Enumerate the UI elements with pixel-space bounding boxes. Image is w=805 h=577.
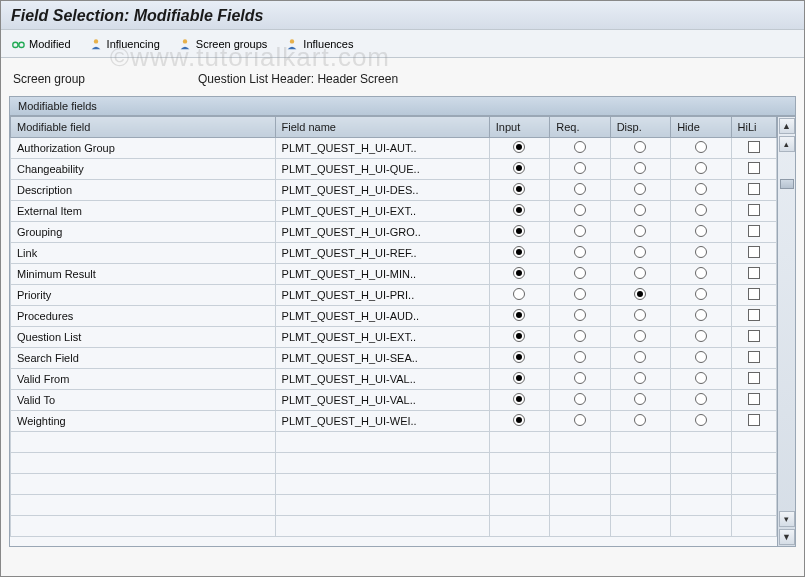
radio-option[interactable] xyxy=(513,393,525,405)
cell-field: Search Field xyxy=(11,347,276,368)
cell-field: Procedures xyxy=(11,305,276,326)
hili-checkbox[interactable] xyxy=(748,351,760,363)
col-disp[interactable]: Disp. xyxy=(610,117,670,137)
scroll-up-icon[interactable]: ▲ xyxy=(779,118,795,134)
radio-option[interactable] xyxy=(513,372,525,384)
modifiable-fields-table: Modifiable field Field name Input Req. D… xyxy=(10,117,777,537)
radio-option[interactable] xyxy=(634,246,646,258)
radio-option[interactable] xyxy=(695,330,707,342)
radio-option[interactable] xyxy=(634,183,646,195)
radio-option[interactable] xyxy=(574,414,586,426)
radio-option[interactable] xyxy=(634,225,646,237)
radio-option[interactable] xyxy=(634,309,646,321)
col-hili[interactable]: HiLi xyxy=(731,117,776,137)
radio-option[interactable] xyxy=(574,204,586,216)
scroll-track[interactable] xyxy=(780,153,794,510)
radio-option[interactable] xyxy=(574,372,586,384)
radio-option[interactable] xyxy=(634,372,646,384)
radio-option[interactable] xyxy=(574,351,586,363)
col-hide[interactable]: Hide xyxy=(671,117,731,137)
radio-option[interactable] xyxy=(574,309,586,321)
radio-option[interactable] xyxy=(513,414,525,426)
table-row: Authorization GroupPLMT_QUEST_H_UI-AUT.. xyxy=(11,137,777,158)
radio-option[interactable] xyxy=(634,393,646,405)
radio-option[interactable] xyxy=(634,204,646,216)
radio-option[interactable] xyxy=(513,162,525,174)
svg-point-4 xyxy=(290,39,294,43)
radio-option[interactable] xyxy=(513,204,525,216)
vertical-scrollbar[interactable]: ▲ ▴ ▾ ▼ xyxy=(777,117,795,546)
hili-checkbox[interactable] xyxy=(748,309,760,321)
radio-option[interactable] xyxy=(574,183,586,195)
hili-checkbox[interactable] xyxy=(748,330,760,342)
radio-option[interactable] xyxy=(695,183,707,195)
radio-option[interactable] xyxy=(634,330,646,342)
col-field-name[interactable]: Field name xyxy=(275,117,489,137)
radio-option[interactable] xyxy=(574,393,586,405)
hili-checkbox[interactable] xyxy=(748,267,760,279)
radio-option[interactable] xyxy=(695,309,707,321)
hili-checkbox[interactable] xyxy=(748,246,760,258)
radio-option[interactable] xyxy=(574,141,586,153)
scroll-down-icon[interactable]: ▾ xyxy=(779,511,795,527)
screen-group-label: Screen group xyxy=(13,72,198,86)
radio-option[interactable] xyxy=(574,162,586,174)
screen-groups-button[interactable]: Screen groups xyxy=(178,37,268,51)
radio-option[interactable] xyxy=(695,288,707,300)
hili-checkbox[interactable] xyxy=(748,183,760,195)
radio-option[interactable] xyxy=(574,225,586,237)
cell-field: Valid From xyxy=(11,368,276,389)
radio-option[interactable] xyxy=(513,225,525,237)
hili-checkbox[interactable] xyxy=(748,372,760,384)
scroll-thumb[interactable] xyxy=(780,179,794,189)
radio-option[interactable] xyxy=(695,204,707,216)
radio-option[interactable] xyxy=(634,141,646,153)
cell-field: External Item xyxy=(11,200,276,221)
modified-button[interactable]: Modified xyxy=(11,37,71,51)
cell-name: PLMT_QUEST_H_UI-VAL.. xyxy=(275,389,489,410)
hili-checkbox[interactable] xyxy=(748,204,760,216)
radio-option[interactable] xyxy=(634,162,646,174)
radio-option[interactable] xyxy=(513,351,525,363)
radio-option[interactable] xyxy=(634,267,646,279)
influences-button[interactable]: Influences xyxy=(285,37,353,51)
radio-option[interactable] xyxy=(513,246,525,258)
radio-option[interactable] xyxy=(574,288,586,300)
scroll-down-icon[interactable]: ▼ xyxy=(779,529,795,545)
hili-checkbox[interactable] xyxy=(748,393,760,405)
radio-option[interactable] xyxy=(695,267,707,279)
radio-option[interactable] xyxy=(513,288,525,300)
radio-option[interactable] xyxy=(513,267,525,279)
radio-option[interactable] xyxy=(513,141,525,153)
radio-option[interactable] xyxy=(695,162,707,174)
radio-option[interactable] xyxy=(695,393,707,405)
glasses-icon xyxy=(11,37,25,51)
influencing-button[interactable]: Influencing xyxy=(89,37,160,51)
radio-option[interactable] xyxy=(695,141,707,153)
radio-option[interactable] xyxy=(513,183,525,195)
cell-field: Minimum Result xyxy=(11,263,276,284)
table-row: GroupingPLMT_QUEST_H_UI-GRO.. xyxy=(11,221,777,242)
radio-option[interactable] xyxy=(634,414,646,426)
hili-checkbox[interactable] xyxy=(748,162,760,174)
hili-checkbox[interactable] xyxy=(748,225,760,237)
hili-checkbox[interactable] xyxy=(748,288,760,300)
radio-option[interactable] xyxy=(574,330,586,342)
radio-option[interactable] xyxy=(634,351,646,363)
radio-option[interactable] xyxy=(513,309,525,321)
radio-option[interactable] xyxy=(695,351,707,363)
radio-option[interactable] xyxy=(574,246,586,258)
radio-option[interactable] xyxy=(634,288,646,300)
col-modifiable-field[interactable]: Modifiable field xyxy=(11,117,276,137)
col-input[interactable]: Input xyxy=(489,117,549,137)
radio-option[interactable] xyxy=(695,246,707,258)
hili-checkbox[interactable] xyxy=(748,414,760,426)
radio-option[interactable] xyxy=(695,414,707,426)
radio-option[interactable] xyxy=(695,225,707,237)
hili-checkbox[interactable] xyxy=(748,141,760,153)
radio-option[interactable] xyxy=(695,372,707,384)
radio-option[interactable] xyxy=(574,267,586,279)
radio-option[interactable] xyxy=(513,330,525,342)
col-req[interactable]: Req. xyxy=(550,117,610,137)
scroll-up-icon[interactable]: ▴ xyxy=(779,136,795,152)
